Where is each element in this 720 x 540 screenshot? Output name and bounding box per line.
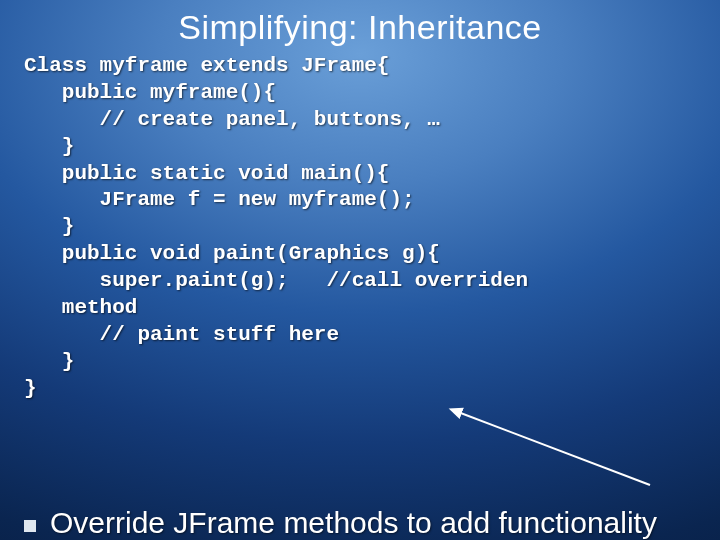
code-line: } (24, 215, 74, 238)
code-line: public myframe(){ (24, 81, 276, 104)
bullet-text: Override JFrame methods to add functiona… (50, 506, 657, 541)
svg-line-0 (458, 412, 650, 485)
arrow-icon (440, 400, 670, 500)
code-line: Class myframe extends JFrame{ (24, 54, 389, 77)
bullet-item: Override JFrame methods to add functiona… (24, 506, 700, 541)
code-line: // create panel, buttons, … (24, 108, 440, 131)
code-line: public static void main(){ (24, 162, 389, 185)
code-line: super.paint(g); //call overriden (24, 269, 528, 292)
slide: Simplifying: Inheritance Class myframe e… (0, 0, 720, 540)
code-block: Class myframe extends JFrame{ public myf… (0, 53, 720, 402)
code-line: JFrame f = new myframe(); (24, 188, 415, 211)
code-line: } (24, 377, 37, 400)
slide-title: Simplifying: Inheritance (0, 0, 720, 53)
code-line: method (24, 296, 137, 319)
code-line: public void paint(Graphics g){ (24, 242, 440, 265)
code-line: // paint stuff here (24, 323, 339, 346)
bullet-icon (24, 520, 36, 532)
code-line: } (24, 350, 74, 373)
code-line: } (24, 135, 74, 158)
